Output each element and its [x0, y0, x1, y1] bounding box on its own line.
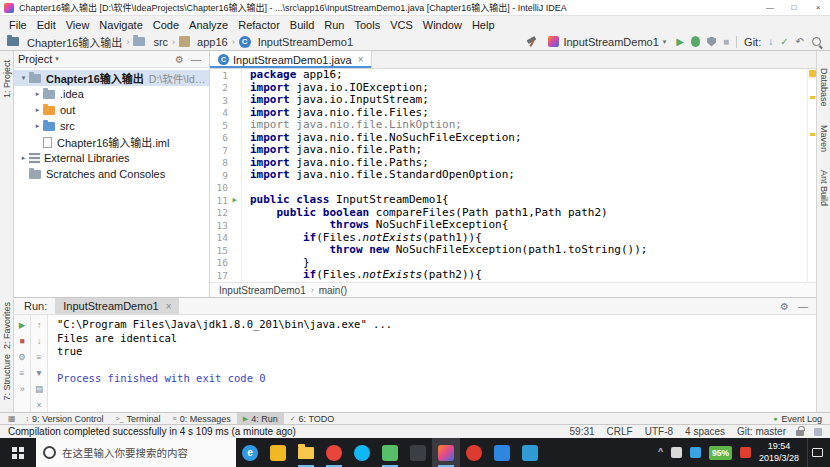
tool-window-button-2-favorites[interactable]: 2: Favorites — [2, 302, 12, 349]
down-stack-trace-button[interactable]: ↓ — [33, 335, 46, 347]
stop-button[interactable]: ■ — [723, 36, 729, 47]
tree-toggle-icon[interactable]: ▸ — [32, 90, 43, 98]
taskbar-app-file-explorer[interactable] — [292, 438, 320, 467]
tool-window-button-ant-build[interactable]: Ant Build — [819, 170, 829, 206]
menu-build[interactable]: Build — [285, 19, 319, 31]
breadcrumb-app16[interactable]: app16 — [179, 36, 228, 48]
start-button[interactable] — [0, 438, 36, 467]
run-console-tab[interactable]: InputStreamDemo1 × — [55, 298, 179, 314]
tree-item-out[interactable]: ▸out — [14, 102, 209, 118]
tool-window-button-0-messages[interactable]: ≡0: Messages — [167, 413, 237, 424]
run-button[interactable]: ▶ — [676, 36, 684, 47]
close-button[interactable]: × — [806, 0, 830, 15]
breadcrumb-src[interactable]: src — [133, 36, 168, 48]
taskbar-clock[interactable]: 19:542019/3/28 — [759, 441, 799, 464]
tree-item-scratches-and-consoles[interactable]: Scratches and Consoles — [14, 166, 209, 182]
status-4-spaces[interactable]: 4 spaces — [685, 426, 725, 437]
rollback-icon[interactable]: ↶ — [796, 36, 804, 47]
code-line[interactable]: if(Files.notExists(path2)){ — [250, 269, 807, 282]
close-tab-icon[interactable]: × — [358, 54, 364, 65]
tool-window-button-database[interactable]: Database — [819, 68, 829, 107]
run-line-icon[interactable]: ▶ — [230, 196, 239, 204]
print-button[interactable]: ▤ — [33, 383, 46, 395]
tree-toggle-icon[interactable]: ▾ — [18, 74, 29, 82]
taskbar-app-qq[interactable] — [348, 438, 376, 467]
menu-tools[interactable]: Tools — [349, 19, 385, 31]
scroll-to-end-button[interactable]: ▼ — [33, 367, 46, 379]
code-line[interactable]: throw new NoSuchFileException(path1.toSt… — [250, 244, 807, 257]
tree-item-external-libraries[interactable]: ▸External Libraries — [14, 150, 209, 166]
build-hammer-icon[interactable] — [526, 36, 538, 48]
rerun-button[interactable]: ▶ — [16, 319, 29, 331]
tool-window-button-1-project[interactable]: 1: Project — [2, 60, 12, 98]
tool-window-button-4-run[interactable]: ▶4: Run — [237, 413, 284, 424]
coverage-button[interactable] — [707, 37, 716, 47]
menu-navigate[interactable]: Navigate — [94, 19, 147, 31]
code-editor[interactable]: 1234567891011▶121314151617 package app16… — [210, 69, 816, 282]
breadcrumb-inputstreamdemo1[interactable]: CInputStreamDemo1 — [239, 36, 353, 48]
tool-window-switcher-icon[interactable]: ▦ — [4, 414, 20, 423]
status-59-31[interactable]: 59:31 — [570, 426, 595, 437]
menu-view[interactable]: View — [61, 19, 95, 31]
lock-icon[interactable] — [796, 430, 804, 436]
battery-indicator[interactable]: 95% — [709, 446, 732, 460]
tray-app-icon-1[interactable] — [671, 447, 682, 458]
editor-tab[interactable]: C InputStreamDemo1.java × — [210, 51, 372, 68]
warning-mark-icon[interactable] — [810, 133, 815, 136]
code-line[interactable]: import java.nio.file.StandardOpenOption; — [250, 169, 807, 182]
inspection-status-icon[interactable] — [809, 70, 816, 77]
tool-window-button-maven[interactable]: Maven — [819, 125, 829, 152]
tool-window-button-9-version-control[interactable]: ↕9: Version Control — [20, 413, 110, 424]
menu-code[interactable]: Code — [148, 19, 184, 31]
chevron-down-icon[interactable]: ▾ — [55, 55, 59, 63]
tool-window-button-terminal[interactable]: >_Terminal — [110, 413, 167, 424]
breadcrumb-inputstreamdemo1[interactable]: InputStreamDemo1 — [219, 285, 306, 296]
search-input[interactable] — [62, 447, 229, 459]
settings-gear-icon[interactable]: ⚙ — [780, 301, 789, 312]
status-git-master[interactable]: Git: master — [737, 426, 786, 437]
menu-help[interactable]: Help — [467, 19, 500, 31]
tool-window-button-6-todo[interactable]: ✓6: TODO — [284, 413, 341, 424]
tray-expand-icon[interactable]: ^ — [658, 447, 663, 458]
status-utf-8[interactable]: UTF-8 — [645, 426, 673, 437]
menu-edit[interactable]: Edit — [32, 19, 61, 31]
menu-refactor[interactable]: Refactor — [233, 19, 285, 31]
indicator-icon[interactable] — [814, 428, 822, 436]
up-stack-trace-button[interactable]: ↑ — [33, 319, 46, 331]
tree-item-idea[interactable]: ▸.idea — [14, 86, 209, 102]
tree-item-src[interactable]: ▸src — [14, 118, 209, 134]
settings-gear-icon[interactable]: ⚙ — [175, 54, 184, 65]
tool-window-button-7-structure[interactable]: 7: Structure — [2, 354, 12, 401]
event-log-button[interactable]: ● Event Log — [773, 414, 826, 424]
breadcrumb-main[interactable]: main() — [319, 285, 347, 296]
project-panel-title[interactable]: Project — [18, 53, 52, 65]
taskbar-app-browser-edge[interactable]: e — [236, 438, 264, 467]
taskbar-app-editor-app[interactable] — [516, 438, 544, 467]
taskbar-app-terminal-app[interactable] — [404, 438, 432, 467]
tray-app-icon-2[interactable] — [690, 447, 701, 458]
close-tab-icon[interactable]: × — [166, 301, 172, 312]
action-center-icon[interactable] — [807, 438, 827, 467]
console-output[interactable]: "C:\Program Files\Java\jdk1.8.0_201\bin\… — [48, 315, 816, 412]
run-config-selector[interactable]: InputStreamDemo1 ▾ — [545, 35, 669, 49]
hide-panel-icon[interactable]: — — [191, 54, 201, 65]
tree-item-chapter16[interactable]: ▾Chapter16输入输出D:\软件\IdeaProjects\Chap — [14, 70, 209, 86]
menu-vcs[interactable]: VCS — [385, 19, 418, 31]
more-options-icon[interactable]: » — [16, 383, 29, 395]
tree-toggle-icon[interactable]: ▸ — [32, 106, 43, 114]
status-crlf[interactable]: CRLF — [607, 426, 633, 437]
taskbar-app-music-app[interactable] — [460, 438, 488, 467]
taskbar-app-chat-app[interactable] — [488, 438, 516, 467]
menu-window[interactable]: Window — [418, 19, 467, 31]
taskbar-search[interactable] — [36, 438, 236, 467]
taskbar-app-intellij-idea[interactable] — [432, 438, 460, 467]
tree-toggle-icon[interactable]: ▸ — [32, 122, 43, 130]
hide-panel-icon[interactable]: — — [798, 301, 808, 312]
warning-mark-icon[interactable] — [810, 96, 815, 99]
breadcrumb-chapter16[interactable]: Chapter16输入输出 — [7, 34, 122, 50]
run-settings-icon[interactable]: ⚙ — [16, 351, 29, 363]
search-everywhere-icon[interactable] — [811, 36, 823, 48]
commit-icon[interactable]: ✓ — [780, 36, 788, 47]
soft-wrap-button[interactable]: ≡ — [33, 351, 46, 363]
taskbar-app-browser-chrome[interactable] — [320, 438, 348, 467]
